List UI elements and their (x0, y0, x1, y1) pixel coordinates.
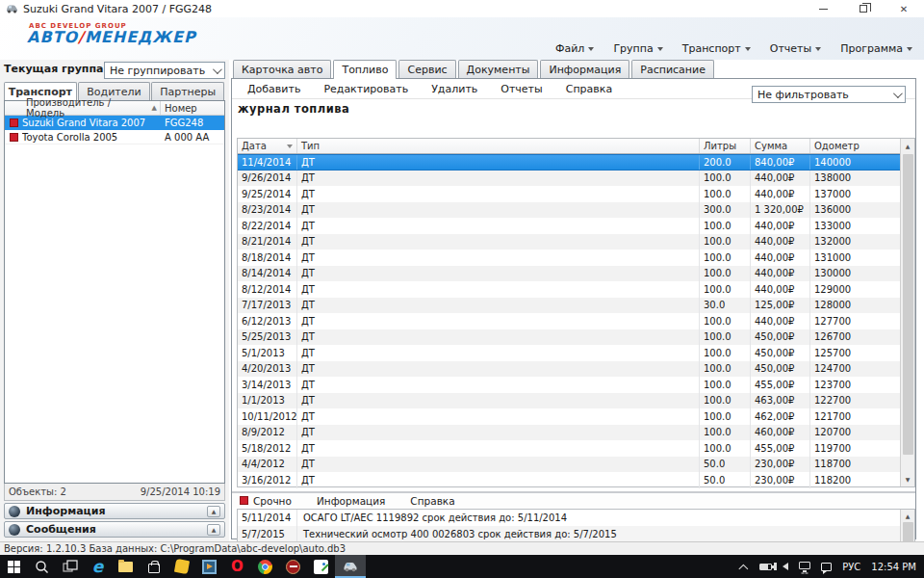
fuel-row[interactable]: 8/18/2014 ДТ 100.0 440,00₽ 131000 (238, 250, 901, 266)
volume-icon[interactable] (783, 563, 788, 570)
fuel-row[interactable]: 5/25/2013 ДТ 100.0 450,00₽ 126700 (238, 329, 901, 346)
tray-clock[interactable]: 12:54 PM (871, 562, 916, 572)
minimize-button[interactable] (814, 2, 832, 15)
taskbar-store[interactable] (140, 555, 167, 578)
fuel-row[interactable]: 9/26/2014 ДТ 100.0 440,00₽ 138000 (238, 171, 901, 187)
vehicle-row[interactable]: Toyota Corolla 2005 A 000 AA (5, 130, 224, 144)
fuel-row[interactable]: 5/1/2013 ДТ 100.0 450,00₽ 125700 (238, 345, 901, 361)
fuel-row[interactable]: 8/12/2014 ДТ 100.0 440,00₽ 129000 (238, 281, 901, 298)
alerts-tab-help[interactable]: Справка (410, 495, 454, 507)
fuel-row[interactable]: 9/25/2014 ДТ 100.0 440,00₽ 137000 (238, 186, 901, 202)
column-header-number[interactable]: Номер (161, 101, 224, 115)
fuel-odometer: 133000 (810, 218, 901, 234)
fuel-row[interactable]: 6/12/2013 ДТ 100.0 440,00₽ 127700 (238, 313, 901, 329)
sidebar-tab[interactable]: Партнеры (151, 82, 224, 100)
network-icon[interactable] (799, 562, 810, 569)
main-tab[interactable]: Топливо (333, 60, 397, 79)
toolbar-item[interactable]: Удалить (431, 83, 477, 95)
taskbar-file-explorer[interactable] (112, 555, 140, 578)
close-button[interactable]: ✕ (895, 2, 912, 15)
menu-item[interactable]: Файл (555, 42, 594, 55)
vehicle-row[interactable]: Suzuki Grand Vitara 2007 FGG248 (5, 116, 224, 130)
window-app-icon (6, 3, 18, 15)
scroll-down-icon[interactable]: ▼ (901, 472, 914, 486)
alerts-tab-info[interactable]: Информация (317, 495, 385, 507)
taskbar-media-player[interactable] (195, 555, 223, 578)
messages-panel-icon (9, 524, 20, 536)
fuel-row[interactable]: 3/16/2012 ДТ 50.0 230,00₽ 118200 (238, 472, 901, 488)
collapse-up-icon[interactable]: ▲ (207, 506, 220, 517)
messages-panel-bar[interactable]: Сообщения ▲ (4, 521, 225, 538)
tray-language[interactable]: РУС (842, 562, 860, 572)
fuel-row[interactable]: 8/14/2014 ДТ 100.0 440,00₽ 130000 (238, 266, 901, 282)
toolbar-item[interactable]: Добавить (247, 83, 300, 95)
fuel-type: ДТ (297, 425, 700, 441)
alerts-tab-urgent[interactable]: Срочно (240, 495, 292, 507)
fuel-row[interactable]: 3/14/2013 ДТ 100.0 455,00₽ 123700 (238, 377, 901, 393)
scrollbar-thumb[interactable] (903, 154, 913, 455)
column-header-sum[interactable]: Сумма (751, 139, 810, 153)
taskbar-edge[interactable]: e (84, 555, 112, 578)
fuel-date: 8/18/2014 (238, 250, 297, 266)
scroll-up-icon[interactable]: ▲ (901, 510, 914, 521)
main-tab[interactable]: Расписание (631, 60, 714, 78)
task-view-button[interactable] (56, 555, 84, 578)
toolbar-item[interactable]: Справка (566, 83, 612, 95)
column-header-odometer[interactable]: Одометр (810, 139, 901, 153)
fuel-liters: 100.0 (700, 250, 751, 266)
start-button[interactable] (0, 555, 28, 578)
main-tab[interactable]: Информация (540, 60, 629, 78)
fuel-row[interactable]: 5/18/2012 ДТ 100.0 455,00₽ 119700 (238, 440, 901, 457)
toolbar-item[interactable]: Редактировать (323, 83, 408, 95)
filter-select[interactable]: Не фильтровать (752, 86, 906, 103)
fuel-row[interactable]: 8/22/2014 ДТ 100.0 440,00₽ 133000 (238, 218, 901, 234)
alert-row[interactable]: 5/7/2015 Технический осмотр 400 0026803 … (238, 526, 901, 542)
fuel-row[interactable]: 10/11/2012 ДТ 100.0 462,00₽ 121700 (238, 408, 901, 425)
fuel-row[interactable]: 7/17/2013 ДТ 30.0 125,00₽ 128000 (238, 298, 901, 314)
fuel-liters: 100.0 (700, 345, 751, 361)
taskbar-opera[interactable]: O (223, 555, 251, 578)
column-header-type[interactable]: Тип (297, 139, 700, 153)
taskbar-auto-manager-active[interactable] (335, 555, 366, 578)
battery-icon[interactable] (759, 564, 772, 570)
menu-item[interactable]: Программа (840, 42, 912, 55)
menu-item[interactable]: Отчеты (770, 42, 821, 55)
fuel-date: 3/16/2012 (238, 472, 297, 488)
main-tab[interactable]: Сервис (398, 60, 455, 78)
restore-button[interactable] (855, 2, 872, 15)
vehicle-model: Toyota Corolla 2005 (22, 132, 161, 143)
taskbar-chrome[interactable] (251, 555, 279, 578)
fuel-table-scrollbar[interactable]: ▲ ▼ (900, 139, 914, 486)
fuel-row[interactable]: 1/1/2013 ДТ 100.0 463,00₽ 122700 (238, 393, 901, 409)
fuel-sum: 440,00₽ (751, 250, 810, 266)
info-panel-bar[interactable]: Информация ▲ (4, 503, 225, 519)
fuel-row[interactable]: 8/9/2012 ДТ 100.0 460,00₽ 120700 (238, 425, 901, 441)
column-header-date[interactable]: Дата (238, 139, 297, 153)
column-header-model[interactable]: Производитель / Модель ▲ (5, 101, 161, 115)
taskbar-pen-app[interactable] (307, 555, 335, 578)
action-center-icon[interactable] (821, 563, 832, 571)
fuel-rows: 11/4/2014 ДТ 200.0 840,00₽ 140000 9/26/2… (238, 154, 901, 488)
tray-expand-icon[interactable] (739, 564, 749, 573)
car-icon (343, 560, 358, 572)
fuel-row[interactable]: 4/20/2013 ДТ 100.0 450,00₽ 124700 (238, 361, 901, 378)
scroll-up-icon[interactable]: ▲ (901, 139, 914, 153)
menu-item[interactable]: Транспорт (682, 42, 751, 55)
fuel-liters: 30.0 (700, 298, 751, 314)
taskbar-yellow-app[interactable] (167, 555, 195, 578)
main-tab[interactable]: Документы (458, 60, 539, 78)
group-select[interactable]: Не группировать (104, 62, 225, 79)
column-header-liters[interactable]: Литры (700, 139, 751, 153)
fuel-row[interactable]: 4/4/2012 ДТ 50.0 230,00₽ 118700 (238, 457, 901, 473)
main-tab[interactable]: Карточка авто (233, 60, 331, 78)
taskbar-avto-badge[interactable] (279, 555, 307, 578)
alert-row[interactable]: 5/11/2014 ОСАГО LT/АЕС 1119892 срок дейс… (238, 510, 901, 526)
toolbar-item[interactable]: Отчеты (500, 83, 542, 95)
menu-item[interactable]: Группа (613, 42, 662, 55)
collapse-up-icon[interactable]: ▲ (207, 524, 220, 536)
sidebar: Текущая группа: Не группировать Транспор… (0, 60, 229, 541)
fuel-row[interactable]: 11/4/2014 ДТ 200.0 840,00₽ 140000 (238, 154, 901, 171)
taskbar-search[interactable] (28, 555, 56, 578)
fuel-row[interactable]: 8/21/2014 ДТ 100.0 440,00₽ 132000 (238, 234, 901, 250)
fuel-row[interactable]: 8/23/2014 ДТ 300.0 1 320,00₽ 136000 (238, 202, 901, 219)
